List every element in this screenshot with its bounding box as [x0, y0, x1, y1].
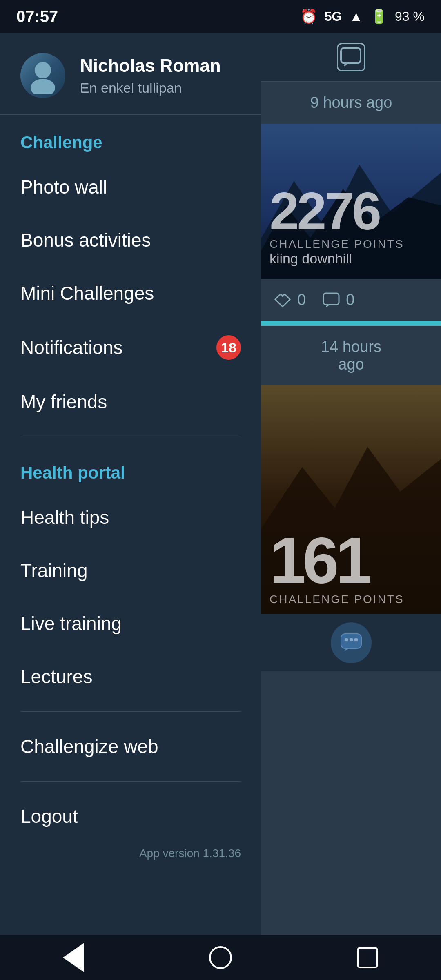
- chat-bubble-button[interactable]: [331, 622, 372, 663]
- challenge-points-2: 161: [270, 528, 433, 593]
- sidebar-item-health-tips[interactable]: Health tips: [0, 491, 261, 544]
- challenge-points-label-2: CHALLENGE POINTS: [270, 593, 433, 606]
- challenge-points-label-1: CHALLENGE POINTS: [270, 238, 433, 251]
- sidebar-item-mini-challenges[interactable]: Mini Challenges: [0, 267, 261, 320]
- mini-challenges-label: Mini Challenges: [20, 282, 154, 304]
- battery-label: 93 %: [395, 9, 425, 24]
- app-version: App version 1.31.36: [0, 843, 261, 868]
- sidebar-item-challengize-web[interactable]: Challengize web: [0, 720, 261, 773]
- time-ago-2: 14 hoursago: [261, 326, 441, 385]
- logout-label: Logout: [20, 805, 78, 827]
- sidebar-item-lectures[interactable]: Lectures: [0, 650, 261, 703]
- avatar: [20, 53, 65, 98]
- profile-name: Nicholas Roman: [80, 56, 221, 76]
- section-divider-3: [20, 781, 241, 782]
- battery-icon: 🔋: [370, 8, 388, 24]
- svg-rect-2: [341, 48, 361, 63]
- section-divider-1: [20, 437, 241, 437]
- nav-home-button[interactable]: [204, 941, 237, 974]
- status-icons: ⏰ 5G ▲ 🔋 93 %: [300, 8, 425, 24]
- health-tips-label: Health tips: [20, 506, 109, 528]
- health-portal-header: Health portal: [0, 445, 261, 491]
- home-circle-icon: [209, 946, 232, 969]
- back-arrow-icon: [63, 943, 84, 972]
- sidebar-item-bonus-activities[interactable]: Bonus activities: [0, 214, 261, 267]
- svg-rect-6: [323, 293, 339, 305]
- chat-area: [261, 33, 441, 82]
- bottom-chat: [261, 614, 441, 671]
- svg-rect-10: [345, 638, 348, 641]
- svg-point-0: [35, 62, 51, 78]
- sidebar-item-photo-wall[interactable]: Photo wall: [0, 160, 261, 214]
- sidebar-item-live-training[interactable]: Live training: [0, 597, 261, 650]
- profile-info: Nicholas Roman En enkel tullipan: [80, 56, 221, 96]
- signal-icon: ▲: [349, 9, 363, 24]
- card-image-1: 2276 CHALLENGE POINTS kiing downhill: [261, 124, 441, 279]
- content-panel: 9 hours ago 2276 CHALLENGE POI: [261, 33, 441, 935]
- challenge-points-1: 2276: [270, 185, 433, 238]
- notification-badge: 18: [216, 335, 241, 360]
- progress-bar: [261, 321, 441, 326]
- chat-icon[interactable]: [337, 43, 365, 71]
- status-bar: 07:57 ⏰ 5G ▲ 🔋 93 %: [0, 0, 441, 33]
- comment-reaction[interactable]: 0: [322, 291, 354, 309]
- time-ago-1: 9 hours ago: [261, 82, 441, 124]
- sidebar-item-training[interactable]: Training: [0, 544, 261, 597]
- bottom-nav: [0, 935, 441, 980]
- like-reaction[interactable]: 0: [274, 291, 306, 309]
- lectures-label: Lectures: [20, 666, 92, 688]
- notifications-label: Notifications: [20, 336, 123, 359]
- signal-label: 5G: [325, 9, 342, 24]
- svg-rect-12: [354, 638, 358, 641]
- comment-count: 0: [346, 291, 354, 309]
- bonus-activities-label: Bonus activities: [20, 229, 151, 251]
- status-time: 07:57: [16, 7, 58, 26]
- like-count: 0: [297, 291, 306, 309]
- alarm-icon: ⏰: [300, 8, 317, 24]
- challengize-web-label: Challengize web: [20, 735, 158, 757]
- card-image-2: 161 CHALLENGE POINTS: [261, 385, 441, 614]
- live-training-label: Live training: [20, 612, 122, 635]
- main-container: Nicholas Roman En enkel tullipan Challen…: [0, 33, 441, 935]
- photo-wall-label: Photo wall: [20, 176, 107, 198]
- profile-section: Nicholas Roman En enkel tullipan: [0, 33, 261, 115]
- sidebar-item-my-friends[interactable]: My friends: [0, 375, 261, 428]
- sidebar-item-logout[interactable]: Logout: [0, 790, 261, 843]
- challenge-header: Challenge: [0, 115, 261, 160]
- time-ago-2-text: 14 hoursago: [270, 338, 433, 373]
- section-divider-2: [20, 711, 241, 712]
- sidebar-item-notifications[interactable]: Notifications 18: [0, 320, 261, 375]
- my-friends-label: My friends: [20, 391, 107, 413]
- training-label: Training: [20, 559, 87, 581]
- card-subtitle-1: kiing downhill: [270, 251, 433, 271]
- svg-rect-11: [350, 638, 353, 641]
- card-reactions: 0 0: [261, 279, 441, 321]
- svg-point-1: [31, 79, 55, 94]
- nav-back-button[interactable]: [57, 941, 90, 974]
- avatar-image: [20, 53, 65, 98]
- sidebar-drawer: Nicholas Roman En enkel tullipan Challen…: [0, 33, 261, 935]
- profile-subtitle: En enkel tullipan: [80, 80, 221, 96]
- recents-square-icon: [357, 947, 378, 968]
- nav-recents-button[interactable]: [351, 941, 384, 974]
